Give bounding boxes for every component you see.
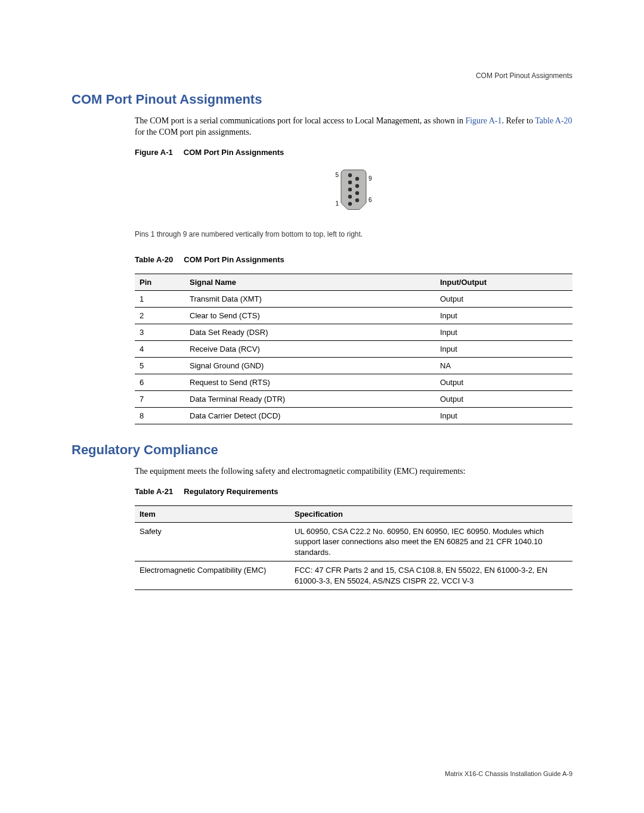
cell-spec: UL 60950, CSA C22.2 No. 60950, EN 60950,…: [290, 522, 572, 561]
cell-signal: Request to Send (RTS): [185, 374, 435, 390]
cell-io: Output: [435, 290, 572, 307]
cell-pin: 5: [135, 357, 185, 374]
cell-io: Output: [435, 374, 572, 390]
table-row: 2 Clear to Send (CTS) Input: [135, 307, 572, 324]
page-footer: Matrix X16-C Chassis Installation Guide …: [445, 770, 572, 777]
cell-io: Output: [435, 390, 572, 407]
figure-label: Figure A-1: [135, 148, 173, 157]
section-title-com-port: COM Port Pinout Assignments: [72, 92, 572, 107]
cell-io: Input: [435, 307, 572, 324]
section-title-regulatory: Regulatory Compliance: [72, 442, 572, 458]
table-header-row: Pin Signal Name Input/Output: [135, 274, 572, 290]
svg-point-0: [348, 173, 352, 177]
th-item: Item: [135, 505, 290, 522]
section1-intro-part2: . Refer to: [501, 116, 535, 125]
th-signal: Signal Name: [185, 274, 435, 290]
connector-diagram-icon: 5 1 9 6: [327, 166, 380, 214]
svg-point-6: [355, 184, 359, 188]
cell-pin: 1: [135, 290, 185, 307]
cell-item: Safety: [135, 522, 290, 561]
table-caption-a20: Table A-20COM Port Pin Assignments: [135, 255, 572, 264]
cell-pin: 3: [135, 324, 185, 340]
figure-link-a1[interactable]: Figure A-1: [465, 116, 501, 125]
cell-io: Input: [435, 324, 572, 340]
figure-a1: 5 1 9 6: [135, 166, 572, 216]
table-link-a20[interactable]: Table A-20: [535, 116, 572, 125]
svg-point-4: [348, 202, 352, 206]
svg-point-2: [348, 188, 352, 191]
cell-pin: 7: [135, 390, 185, 407]
th-spec: Specification: [290, 505, 572, 522]
svg-point-7: [355, 191, 359, 195]
table-row: Electromagnetic Compatibility (EMC) FCC:…: [135, 561, 572, 590]
cell-io: NA: [435, 357, 572, 374]
pin-label-9: 9: [369, 175, 372, 182]
cell-signal: Data Carrier Detect (DCD): [185, 407, 435, 424]
cell-signal: Transmit Data (XMT): [185, 290, 435, 307]
cell-signal: Signal Ground (GND): [185, 357, 435, 374]
table-row: Safety UL 60950, CSA C22.2 No. 60950, EN…: [135, 522, 572, 561]
section2-intro: The equipment meets the following safety…: [135, 466, 572, 477]
cell-signal: Clear to Send (CTS): [185, 307, 435, 324]
cell-item: Electromagnetic Compatibility (EMC): [135, 561, 290, 590]
section1-intro-part3: for the COM port pin assignments.: [135, 128, 251, 136]
section1-intro: The COM port is a serial communications …: [135, 116, 572, 138]
cell-pin: 4: [135, 340, 185, 357]
table20-label: Table A-20: [135, 255, 173, 264]
table-regulatory: Item Specification Safety UL 60950, CSA …: [135, 505, 572, 591]
table-com-port-pins: Pin Signal Name Input/Output 1 Transmit …: [135, 274, 572, 424]
cell-pin: 2: [135, 307, 185, 324]
table20-title: COM Port Pin Assignments: [184, 255, 284, 264]
table21-title: Regulatory Requirements: [184, 487, 278, 496]
pin-label-5: 5: [335, 172, 339, 178]
cell-signal: Receive Data (RCV): [185, 340, 435, 357]
figure-note: Pins 1 through 9 are numbered vertically…: [135, 230, 572, 238]
figure-title: COM Port Pin Assignments: [184, 148, 284, 157]
svg-point-1: [348, 181, 352, 184]
cell-io: Input: [435, 340, 572, 357]
cell-spec: FCC: 47 CFR Parts 2 and 15, CSA C108.8, …: [290, 561, 572, 590]
table-row: 7 Data Terminal Ready (DTR) Output: [135, 390, 572, 407]
table21-label: Table A-21: [135, 487, 173, 496]
cell-signal: Data Set Ready (DSR): [185, 324, 435, 340]
cell-io: Input: [435, 407, 572, 424]
svg-point-5: [355, 177, 359, 181]
figure-caption-a1: Figure A-1COM Port Pin Assignments: [135, 148, 572, 157]
table-row: 6 Request to Send (RTS) Output: [135, 374, 572, 390]
cell-pin: 6: [135, 374, 185, 390]
table-header-row: Item Specification: [135, 505, 572, 522]
running-head: COM Port Pinout Assignments: [72, 72, 572, 80]
table-caption-a21: Table A-21Regulatory Requirements: [135, 487, 572, 496]
pin-label-1: 1: [335, 200, 339, 207]
pin-label-6: 6: [369, 197, 372, 203]
cell-signal: Data Terminal Ready (DTR): [185, 390, 435, 407]
table-row: 8 Data Carrier Detect (DCD) Input: [135, 407, 572, 424]
th-io: Input/Output: [435, 274, 572, 290]
table-row: 4 Receive Data (RCV) Input: [135, 340, 572, 357]
cell-pin: 8: [135, 407, 185, 424]
table-row: 3 Data Set Ready (DSR) Input: [135, 324, 572, 340]
svg-point-3: [348, 195, 352, 198]
table-row: 5 Signal Ground (GND) NA: [135, 357, 572, 374]
svg-point-8: [355, 198, 359, 202]
th-pin: Pin: [135, 274, 185, 290]
section1-intro-part1: The COM port is a serial communications …: [135, 116, 465, 125]
table-row: 1 Transmit Data (XMT) Output: [135, 290, 572, 307]
